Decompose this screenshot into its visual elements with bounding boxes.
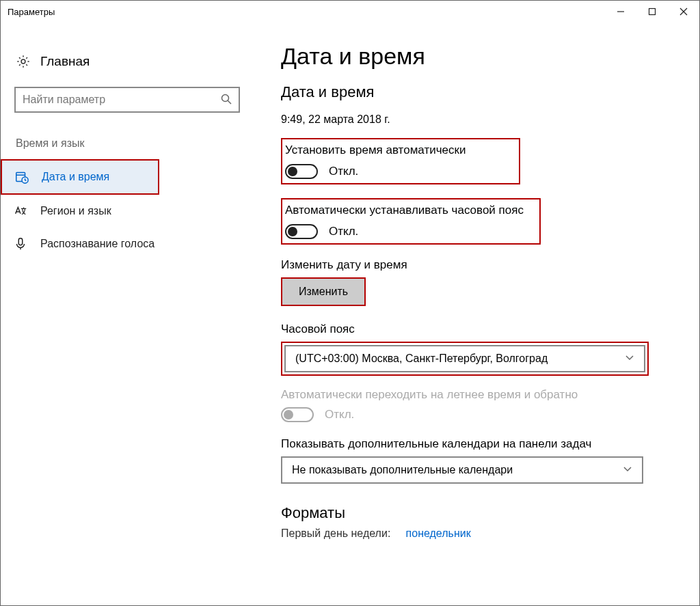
change-button[interactable]: Изменить	[282, 279, 364, 305]
dst-toggle	[281, 407, 314, 422]
timezone-dropdown[interactable]: (UTC+03:00) Москва, Санкт-Петербург, Вол…	[284, 345, 645, 372]
auto-time-block: Установить время автоматически Откл.	[281, 138, 520, 184]
timezone-label: Часовой пояс	[281, 322, 651, 336]
content: Главная Время и язык	[1, 23, 699, 605]
microphone-icon	[13, 236, 28, 251]
chevron-down-icon	[625, 353, 634, 365]
titlebar: Параметры	[1, 1, 699, 23]
gear-icon	[16, 54, 31, 69]
change-datetime-block: Изменить дату и время Изменить	[281, 258, 651, 306]
timezone-value: (UTC+03:00) Москва, Санкт-Петербург, Вол…	[295, 353, 548, 365]
auto-tz-block: Автоматически устанавливать часовой пояс…	[281, 198, 541, 245]
change-label: Изменить дату и время	[281, 258, 651, 272]
svg-rect-10	[18, 238, 23, 245]
nav-label: Дата и время	[42, 171, 109, 183]
calendar-clock-icon	[14, 169, 29, 184]
sidebar: Главная Время и язык	[1, 23, 254, 605]
maximize-button[interactable]	[636, 1, 668, 23]
toggle-knob	[284, 410, 293, 419]
nav-label: Регион и язык	[40, 205, 111, 217]
page-title: Дата и время	[281, 43, 651, 70]
sidebar-section-label: Время и язык	[1, 113, 254, 159]
current-datetime: 9:49, 22 марта 2018 г.	[281, 113, 651, 126]
auto-time-toggle[interactable]	[285, 164, 318, 179]
highlight-box: Изменить	[281, 277, 366, 306]
main-panel: Дата и время Дата и время 9:49, 22 марта…	[254, 23, 699, 605]
nav-item-datetime[interactable]: Дата и время	[2, 161, 158, 193]
first-day-value: понедельник	[406, 527, 471, 539]
search-input[interactable]	[14, 87, 240, 113]
settings-window: Параметры Главная	[0, 0, 700, 606]
extra-cal-value: Не показывать дополнительные календари	[292, 464, 513, 476]
svg-point-4	[21, 59, 25, 64]
nav-item-region[interactable]: Регион и язык	[1, 195, 254, 228]
auto-tz-state: Откл.	[329, 225, 358, 238]
highlight-box: Дата и время	[1, 159, 159, 195]
first-day-row: Первый день недели: понедельник	[281, 527, 651, 540]
home-button[interactable]: Главная	[1, 49, 254, 74]
language-icon	[13, 204, 28, 219]
nav-label: Распознавание голоса	[40, 238, 154, 250]
minimize-button[interactable]	[605, 1, 636, 23]
nav-item-speech[interactable]: Распознавание голоса	[1, 228, 254, 260]
extra-cal-label: Показывать дополнительные календари на п…	[281, 437, 651, 451]
section-heading: Дата и время	[281, 83, 651, 101]
toggle-knob	[288, 167, 297, 176]
window-title: Параметры	[8, 7, 605, 17]
chevron-down-icon	[623, 464, 632, 476]
formats-heading: Форматы	[281, 504, 651, 522]
dst-state: Откл.	[325, 408, 354, 422]
toggle-knob	[288, 227, 297, 236]
search-icon	[221, 94, 232, 107]
svg-line-6	[228, 100, 231, 104]
highlight-box: (UTC+03:00) Москва, Санкт-Петербург, Вол…	[281, 342, 649, 376]
first-day-label: Первый день недели:	[281, 527, 390, 539]
auto-time-label: Установить время автоматически	[285, 143, 512, 157]
auto-tz-label: Автоматически устанавливать часовой пояс	[285, 204, 533, 217]
extra-cal-dropdown[interactable]: Не показывать дополнительные календари	[281, 456, 643, 484]
dst-label: Автоматически переходить на летнее время…	[281, 388, 651, 402]
svg-rect-1	[649, 9, 656, 15]
svg-point-5	[222, 95, 229, 102]
home-label: Главная	[40, 54, 90, 69]
auto-tz-toggle[interactable]	[285, 224, 318, 239]
close-button[interactable]	[668, 1, 699, 23]
auto-time-state: Откл.	[329, 165, 358, 178]
